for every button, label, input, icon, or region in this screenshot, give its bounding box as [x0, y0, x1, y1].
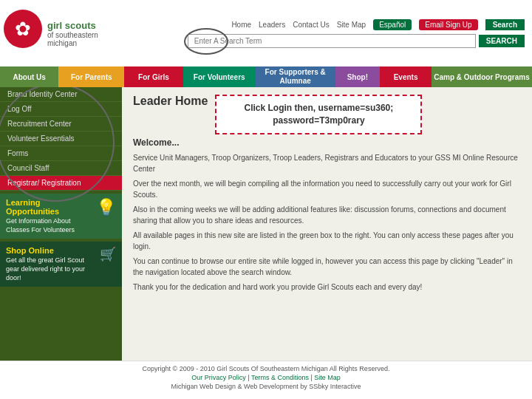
content-para-1: Over the next month, we will begin compi… — [133, 178, 521, 200]
learning-title: Learning Opportunities — [6, 198, 93, 216]
content-para-5: Thank you for the dedication and hard wo… — [133, 282, 521, 293]
nav-volunteers[interactable]: For Volunteers — [183, 66, 256, 87]
search-input[interactable] — [188, 34, 476, 48]
tooltip-box: Click Login then, username=su360; passwo… — [215, 95, 422, 134]
footer-privacy-link[interactable]: Our Privacy Policy — [191, 374, 246, 381]
nav-camp[interactable]: Camp & Outdoor Programs — [432, 66, 532, 87]
home-link[interactable]: Home — [231, 21, 251, 29]
footer-terms-link[interactable]: Terms & Conditions — [251, 374, 309, 381]
sidebar-item-logoff[interactable]: Log Off — [0, 102, 122, 117]
sidebar: Brand Identity Center Log Off Recruitmen… — [0, 87, 122, 361]
page-footer: Copyright © 2009 - 2010 Girl Scouts Of S… — [0, 361, 532, 394]
email-signup-button[interactable]: Email Sign Up — [419, 19, 477, 30]
sidebar-item-council-staff[interactable]: Council Staff — [0, 161, 122, 176]
logo-area: ✿ girl scouts of southeastern michigan — [4, 10, 126, 58]
content-para-4: You can continue to browse our entire si… — [133, 256, 521, 278]
nav-bar: About Us For Parents For Girls For Volun… — [0, 66, 532, 87]
leaders-link[interactable]: Leaders — [259, 21, 285, 29]
logo-text: girl scouts of southeastern michigan — [47, 20, 98, 47]
shop-icon: 🛒 — [100, 246, 116, 262]
shop-text: Get all the great Girl Scout gear delive… — [6, 256, 97, 282]
content-para-2: Also in the coming weeks we will be addi… — [133, 204, 521, 226]
sidebar-item-forms[interactable]: Forms — [0, 146, 122, 161]
sitemap-link[interactable]: Site Map — [337, 21, 366, 29]
content-para-0: Service Unit Managers, Troop Organizers,… — [133, 152, 521, 174]
learning-text: Get Information About Classes For Volunt… — [6, 217, 93, 234]
sidebar-item-volunteer-essentials[interactable]: Volunteer Essentials — [0, 132, 122, 146]
nav-shop[interactable]: Shop! — [335, 66, 381, 87]
search-top-label[interactable]: Search — [485, 19, 525, 30]
sidebar-shop-promo[interactable]: Shop Online Get all the great Girl Scout… — [0, 242, 122, 287]
content-para-3: All available pages in this new site are… — [133, 230, 521, 252]
search-button[interactable]: SEARCH — [479, 35, 525, 47]
page-header: ✿ girl scouts of southeastern michigan H… — [0, 0, 532, 66]
sidebar-learning-promo: Learning Opportunities Get Information A… — [0, 194, 122, 239]
footer-copyright: Copyright © 2009 - 2010 Girl Scouts Of S… — [4, 365, 528, 372]
search-area: SEARCH — [188, 34, 525, 48]
sidebar-item-recruitment[interactable]: Recruitment Center — [0, 117, 122, 132]
nav-girls[interactable]: For Girls — [124, 66, 183, 87]
main-area: Brand Identity Center Log Off Recruitmen… — [0, 87, 532, 361]
page-title: Leader Home — [133, 95, 208, 108]
welcome-title: Welcome... — [133, 137, 521, 148]
contact-link[interactable]: Contact Us — [293, 21, 329, 29]
nav-supporters[interactable]: For Supporters & Alumnae — [256, 66, 335, 87]
sidebar-item-brand[interactable]: Brand Identity Center — [0, 87, 122, 102]
nav-events[interactable]: Events — [380, 66, 432, 87]
nav-about[interactable]: About Us — [0, 66, 58, 87]
content-area: Leader Home Click Login then, username=s… — [122, 87, 532, 361]
footer-sitemap-link[interactable]: Site Map — [314, 374, 341, 381]
header-right: Home Leaders Contact Us Site Map Español… — [126, 19, 528, 48]
footer-credit: Michigan Web Design & Web Development by… — [4, 383, 528, 390]
sidebar-item-registrar[interactable]: Registrar/ Registration — [0, 176, 122, 191]
nav-parents[interactable]: For Parents — [58, 66, 124, 87]
espanol-button[interactable]: Español — [373, 19, 412, 30]
learning-icon: 💡 — [96, 198, 116, 217]
shop-title: Shop Online — [6, 246, 97, 255]
